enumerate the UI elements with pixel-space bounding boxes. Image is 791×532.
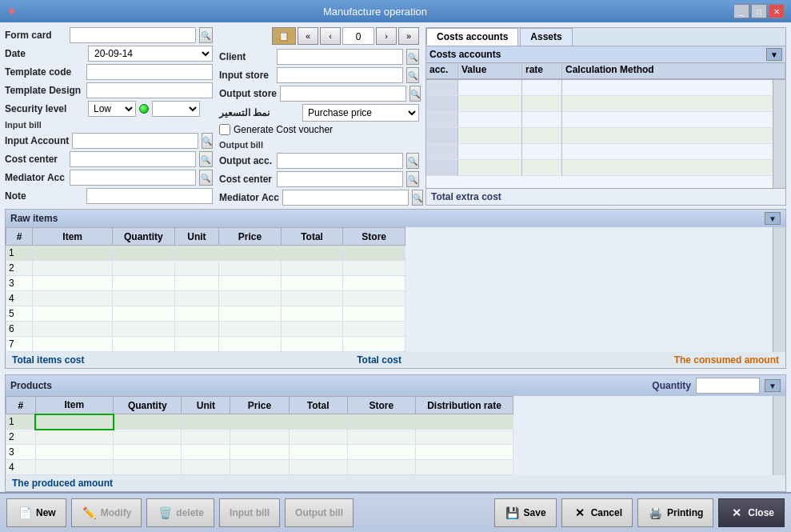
costs-cell-1-rate[interactable]	[522, 80, 562, 96]
prod-r3-total[interactable]	[289, 445, 347, 460]
raw-r7-unit[interactable]	[174, 337, 218, 352]
costs-cell-3-acc[interactable]	[426, 112, 458, 128]
input-store-browse-button[interactable]: 🔍	[406, 67, 419, 83]
raw-r2-total[interactable]	[281, 261, 343, 276]
input-cost-center-input[interactable]	[70, 151, 196, 167]
products-scrollbar[interactable]	[773, 396, 785, 475]
input-mediator-input[interactable]	[70, 170, 196, 186]
raw-r3-store[interactable]	[343, 276, 405, 291]
client-browse-button[interactable]: 🔍	[406, 49, 419, 65]
prod-r2-item[interactable]	[35, 430, 114, 445]
raw-r4-unit[interactable]	[174, 291, 218, 306]
input-account-browse-button[interactable]: 🔍	[202, 133, 213, 149]
raw-r1-item[interactable]	[33, 246, 113, 261]
products-collapse-button[interactable]: ▼	[765, 379, 781, 392]
date-select[interactable]: 20-09-14	[88, 46, 213, 62]
output-acc-browse-button[interactable]: 🔍	[406, 153, 419, 169]
prod-row-2[interactable]: 2	[6, 430, 513, 445]
raw-r3-total[interactable]	[281, 276, 343, 291]
client-input[interactable]	[277, 49, 403, 65]
costs-cell-5-method[interactable]	[562, 144, 785, 160]
raw-r5-total[interactable]	[281, 306, 343, 322]
input-bill-button[interactable]: Input bill	[219, 498, 280, 527]
input-mediator-browse-button[interactable]: 🔍	[199, 170, 213, 186]
raw-r2-unit[interactable]	[174, 261, 218, 276]
raw-r6-price[interactable]	[219, 322, 282, 337]
output-mediator-browse-button[interactable]: 🔍	[412, 190, 423, 206]
raw-row-2[interactable]: 2	[6, 261, 405, 276]
raw-r5-price[interactable]	[219, 306, 282, 322]
prod-r3-dist[interactable]	[416, 445, 513, 460]
raw-r1-price[interactable]	[219, 246, 282, 261]
prod-r2-total[interactable]	[289, 430, 347, 445]
raw-r4-store[interactable]	[343, 291, 405, 306]
costs-scrollbar[interactable]	[773, 80, 785, 188]
raw-r7-item[interactable]	[33, 337, 113, 352]
prod-r4-qty[interactable]	[114, 460, 182, 475]
raw-r4-price[interactable]	[219, 291, 282, 306]
raw-row-7[interactable]: 7	[6, 337, 405, 352]
raw-row-5[interactable]: 5	[6, 306, 405, 322]
costs-collapse-button[interactable]: ▼	[766, 48, 782, 61]
prod-r1-price[interactable]	[230, 414, 289, 430]
products-quantity-input[interactable]	[696, 378, 760, 394]
output-bill-button[interactable]: Output bill	[285, 498, 354, 527]
close-button[interactable]: ✕ Close	[718, 498, 785, 527]
security-detail-select[interactable]	[152, 101, 200, 117]
costs-cell-5-rate[interactable]	[522, 144, 562, 160]
prod-r2-qty[interactable]	[114, 430, 182, 445]
raw-r7-qty[interactable]	[113, 337, 175, 352]
prod-row-4[interactable]: 4	[6, 460, 513, 475]
raw-r7-store[interactable]	[343, 337, 405, 352]
minimize-button[interactable]: _	[733, 4, 749, 18]
prod-r3-qty[interactable]	[114, 445, 182, 460]
template-design-input[interactable]	[86, 82, 213, 98]
icon-book-button[interactable]: 📋	[272, 27, 296, 45]
prod-r1-dist[interactable]	[416, 414, 513, 430]
input-store-input[interactable]	[277, 67, 403, 83]
prod-r2-price[interactable]	[230, 430, 289, 445]
output-acc-input[interactable]	[277, 153, 403, 169]
prod-r4-store[interactable]	[347, 460, 415, 475]
output-store-input[interactable]	[280, 86, 406, 102]
input-account-input[interactable]	[72, 133, 198, 149]
prod-r1-qty[interactable]	[114, 414, 182, 430]
prod-r4-unit[interactable]	[182, 460, 230, 475]
raw-r1-qty[interactable]	[113, 246, 175, 261]
prod-r1-total[interactable]	[289, 414, 347, 430]
raw-r2-item[interactable]	[33, 261, 113, 276]
raw-row-6[interactable]: 6	[6, 322, 405, 337]
prod-r3-unit[interactable]	[182, 445, 230, 460]
template-code-input[interactable]	[86, 64, 213, 80]
output-cost-center-browse-button[interactable]: 🔍	[406, 171, 419, 187]
raw-r2-price[interactable]	[219, 261, 282, 276]
save-button[interactable]: 💾 Save	[494, 498, 557, 527]
prod-row-3[interactable]: 3	[6, 445, 513, 460]
products-header[interactable]: Products Quantity ▼	[6, 375, 785, 396]
raw-r6-qty[interactable]	[113, 322, 175, 337]
prod-r2-unit[interactable]	[182, 430, 230, 445]
new-button[interactable]: 📄 New	[6, 498, 66, 527]
output-store-browse-button[interactable]: 🔍	[409, 86, 421, 102]
costs-cell-2-acc[interactable]	[426, 96, 458, 112]
raw-r5-qty[interactable]	[113, 306, 175, 322]
costs-cell-1-method[interactable]	[562, 80, 785, 96]
raw-r1-unit[interactable]	[174, 246, 218, 261]
note-input[interactable]	[86, 188, 213, 204]
costs-cell-2-rate[interactable]	[522, 96, 562, 112]
close-window-button[interactable]: ✕	[769, 4, 785, 18]
raw-r5-item[interactable]	[33, 306, 113, 322]
prod-r3-item[interactable]	[35, 445, 114, 460]
next-button[interactable]: ›	[376, 27, 397, 45]
output-cost-center-input[interactable]	[277, 171, 403, 187]
maximize-button[interactable]: □	[751, 4, 767, 18]
prod-r1-store[interactable]	[347, 414, 415, 430]
raw-r7-price[interactable]	[219, 337, 282, 352]
prod-r1-unit[interactable]	[182, 414, 230, 430]
raw-r3-qty[interactable]	[113, 276, 175, 291]
prod-r3-price[interactable]	[230, 445, 289, 460]
raw-r5-store[interactable]	[343, 306, 405, 322]
costs-cell-3-method[interactable]	[562, 112, 785, 128]
generate-cost-checkbox[interactable]	[219, 124, 230, 135]
costs-cell-6-rate[interactable]	[522, 160, 562, 176]
